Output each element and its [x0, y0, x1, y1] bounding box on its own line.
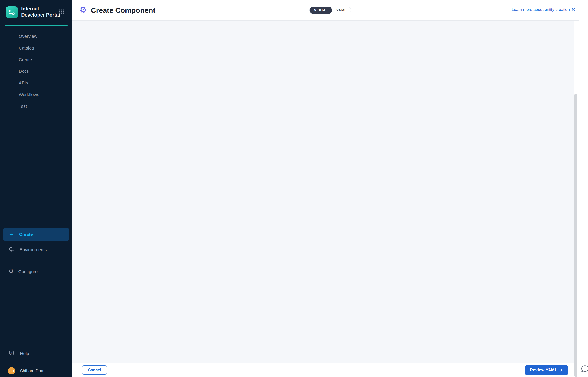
- external-link-icon: [571, 7, 576, 12]
- sidebar-item-workflows[interactable]: Workflows: [19, 92, 39, 98]
- hexagons-icon: [9, 247, 15, 253]
- user-name: Shibam Dhar: [20, 368, 45, 373]
- action-footer: Cancel Review YAML: [72, 363, 579, 377]
- tab-yaml[interactable]: YAML: [332, 7, 351, 14]
- scrollbar-thumb[interactable]: [574, 94, 577, 377]
- help-chat-icon: ?: [9, 350, 15, 357]
- chevron-right-icon: [560, 368, 563, 372]
- page-header: ⚙ Create Component VISUAL YAML Learn mor…: [72, 0, 579, 21]
- brand-title: Internal Developer Portal: [21, 6, 62, 18]
- gear-icon: ⚙: [9, 269, 14, 274]
- harness-idp-logo: [6, 6, 18, 18]
- help-button[interactable]: ? Help: [9, 350, 29, 357]
- mode-toggle: VISUAL YAML: [310, 7, 351, 14]
- chat-icon: [580, 364, 588, 373]
- sidebar-item-catalog[interactable]: Catalog: [19, 46, 34, 51]
- learn-more-entity-link[interactable]: Learn more about entity creation: [511, 7, 576, 12]
- plus-icon: +: [9, 231, 13, 238]
- section-divider: [4, 213, 68, 213]
- sidebar-item-test[interactable]: Test: [19, 104, 27, 110]
- svg-text:?: ?: [11, 352, 12, 354]
- sidebar-item-environments[interactable]: Environments: [9, 247, 47, 253]
- user-menu[interactable]: SD Shibam Dhar: [8, 367, 45, 375]
- sidebar-item-configure[interactable]: ⚙ Configure: [9, 269, 38, 274]
- scroll-content: [72, 21, 574, 363]
- cancel-button[interactable]: Cancel: [82, 365, 107, 375]
- avatar: SD: [8, 367, 15, 375]
- sidebar-item-create[interactable]: Create: [19, 57, 32, 63]
- tab-visual[interactable]: VISUAL: [310, 7, 332, 14]
- page-title: Create Component: [91, 6, 155, 14]
- sidebar-item-overview[interactable]: Overview: [19, 34, 37, 40]
- right-gutter: [579, 0, 588, 377]
- sidebar-item-apis[interactable]: APIs: [19, 80, 28, 86]
- app-sidebar: Internal Developer Portal Overview Catal…: [0, 0, 72, 377]
- app-switcher-icon[interactable]: [58, 9, 65, 16]
- review-yaml-button[interactable]: Review YAML: [525, 365, 568, 375]
- logo-glyph-icon: [8, 9, 15, 16]
- chat-launcher-button[interactable]: [580, 364, 588, 374]
- component-gear-icon: ⚙: [79, 5, 87, 14]
- sidebar-item-docs[interactable]: Docs: [19, 69, 29, 75]
- sidebar-item-create-action[interactable]: + Create: [3, 228, 69, 241]
- brand-divider: [5, 25, 67, 26]
